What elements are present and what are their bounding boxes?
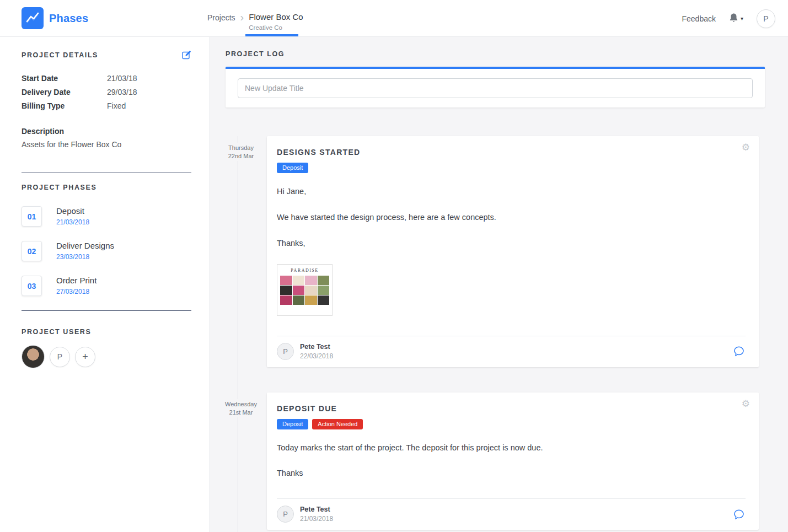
update-card: DESIGNS STARTED ⚙ Deposit Hi Jane, We ha… [267, 136, 759, 367]
phase-number-badge: 02 [22, 241, 42, 261]
new-update-card [226, 67, 765, 108]
description-label: Description [22, 127, 191, 136]
update-title: DEPOSIT DUE [277, 404, 746, 413]
phase-item-deposit[interactable]: 01 Deposit 21/03/2018 [22, 206, 191, 227]
phase-badge: Deposit [277, 419, 308, 429]
gear-icon[interactable]: ⚙ [742, 143, 750, 152]
sidebar-divider [22, 310, 191, 311]
badge-row: Deposit Action Needed [277, 419, 746, 429]
detail-value: Fixed [107, 101, 126, 110]
detail-row: Delivery Date 29/03/18 [22, 88, 191, 96]
detail-label: Billing Type [22, 101, 107, 110]
update-date: 21/03/2018 [300, 515, 333, 523]
phase-name: Order Print [56, 276, 97, 285]
body-paragraph: Thanks [277, 468, 746, 479]
project-sidebar: PROJECT DETAILS Start Date 21/03/18 Deli… [0, 37, 210, 532]
phase-number-badge: 03 [22, 276, 42, 296]
phase-date: 23/03/2018 [56, 253, 114, 261]
comment-bubble-icon[interactable] [733, 509, 744, 520]
phase-badge: Deposit [277, 163, 308, 173]
app-page: Phases Projects › Flower Box Co Creative… [0, 0, 788, 532]
breadcrumb-client-subtitle: Creative Co [249, 24, 303, 31]
phase-name: Deposit [56, 206, 89, 216]
entry-date-label: Thursday 22nd Mar [221, 143, 261, 161]
user-avatar-initial[interactable]: P [50, 347, 70, 367]
update-timeline: Thursday 22nd Mar DESIGNS STARTED ⚙ Depo… [226, 136, 765, 532]
author-name: Pete Test [300, 506, 333, 513]
project-log-panel: PROJECT LOG Thursday 22nd Mar DESIGNS ST… [210, 37, 788, 532]
detail-label: Start Date [22, 74, 107, 83]
log-entry-deposit-due: Wednesday 21st Mar DEPOSIT DUE ⚙ Deposit… [267, 393, 759, 530]
brand-home-link[interactable]: Phases [22, 7, 88, 29]
action-needed-badge: Action Needed [312, 419, 363, 429]
user-menu-avatar[interactable]: P [757, 9, 775, 28]
phase-item-deliver-designs[interactable]: 02 Deliver Designs 23/03/2018 [22, 241, 191, 261]
update-card: DEPOSIT DUE ⚙ Deposit Action Needed Toda… [267, 393, 759, 530]
author-avatar: P [277, 506, 294, 523]
breadcrumb: Projects › Flower Box Co Creative Co [207, 12, 303, 31]
timeline-line [238, 136, 238, 532]
update-body: Today marks the start of the project. Th… [277, 443, 746, 479]
phase-name: Deliver Designs [56, 241, 114, 250]
caret-down-icon: ▾ [741, 15, 743, 22]
author-name: Pete Test [300, 343, 333, 351]
description-text: Assets for the Flower Box Co [22, 140, 191, 149]
breadcrumb-projects-link[interactable]: Projects [207, 13, 235, 22]
phase-item-order-print[interactable]: 03 Order Print 27/03/2018 [22, 276, 191, 296]
detail-value: 21/03/18 [107, 74, 137, 83]
brand-name: Phases [49, 12, 88, 25]
detail-row: Billing Type Fixed [22, 101, 191, 110]
entry-date-label: Wednesday 21st Mar [221, 399, 261, 417]
comment-bubble-icon[interactable] [733, 346, 744, 357]
entry-day: Thursday [221, 144, 261, 151]
breadcrumb-current-wrap: Flower Box Co Creative Co [249, 12, 303, 31]
body-paragraph: Hi Jane, [277, 186, 746, 197]
navbar-right-group: Feedback ▾ P [682, 0, 775, 37]
body-paragraph: We have started the design process, here… [277, 212, 746, 223]
log-entry-designs-started: Thursday 22nd Mar DESIGNS STARTED ⚙ Depo… [267, 136, 759, 367]
add-user-button[interactable]: + [75, 347, 95, 367]
attachment-title: PARADISE [280, 268, 329, 273]
active-tab-underline [245, 34, 298, 36]
top-navbar: Phases Projects › Flower Box Co Creative… [0, 0, 788, 37]
phase-number-badge: 01 [22, 206, 42, 227]
update-footer: P Pete Test 22/03/2018 [277, 336, 746, 367]
project-details-list: Start Date 21/03/18 Delivery Date 29/03/… [22, 74, 191, 110]
project-users-row: P + [22, 345, 191, 368]
update-body: Hi Jane, We have started the design proc… [277, 186, 746, 316]
detail-label: Delivery Date [22, 88, 107, 96]
badge-row: Deposit [277, 163, 746, 173]
phase-date: 21/03/2018 [56, 218, 89, 226]
body-paragraph: Today marks the start of the project. Th… [277, 443, 746, 453]
project-phases-heading: PROJECT PHASES [22, 184, 191, 191]
attachment-thumbnail[interactable]: PARADISE [277, 264, 333, 316]
project-users-heading: PROJECT USERS [22, 328, 191, 336]
user-avatar-photo[interactable] [22, 345, 45, 368]
feedback-link[interactable]: Feedback [682, 14, 715, 23]
update-date: 22/03/2018 [300, 352, 333, 360]
gear-icon[interactable]: ⚙ [742, 399, 750, 409]
author-avatar: P [277, 343, 294, 360]
entry-date: 21st Mar [221, 409, 261, 416]
project-log-heading: PROJECT LOG [226, 50, 765, 58]
edit-project-details-icon[interactable] [182, 50, 191, 60]
update-footer: P Pete Test 21/03/2018 [277, 498, 746, 530]
body-paragraph: Thanks, [277, 238, 746, 249]
chevron-right-icon: › [240, 13, 244, 21]
entry-day: Wednesday [221, 401, 261, 407]
phase-date: 27/03/2018 [56, 288, 97, 295]
detail-value: 29/03/18 [107, 88, 137, 96]
notifications-dropdown[interactable]: ▾ [729, 13, 743, 25]
new-update-title-input[interactable] [238, 78, 753, 98]
update-title: DESIGNS STARTED [277, 148, 746, 157]
description-block: Description Assets for the Flower Box Co [22, 127, 191, 149]
project-details-heading: PROJECT DETAILS [22, 51, 98, 59]
sidebar-divider [22, 173, 191, 173]
entry-date: 22nd Mar [221, 153, 261, 159]
attachment-art [280, 276, 329, 305]
detail-row: Start Date 21/03/18 [22, 74, 191, 83]
phase-list: 01 Deposit 21/03/2018 02 Deliver Designs… [22, 206, 191, 296]
bell-icon [729, 13, 738, 25]
phases-logo-icon [22, 7, 44, 29]
breadcrumb-current-project: Flower Box Co [249, 12, 303, 22]
